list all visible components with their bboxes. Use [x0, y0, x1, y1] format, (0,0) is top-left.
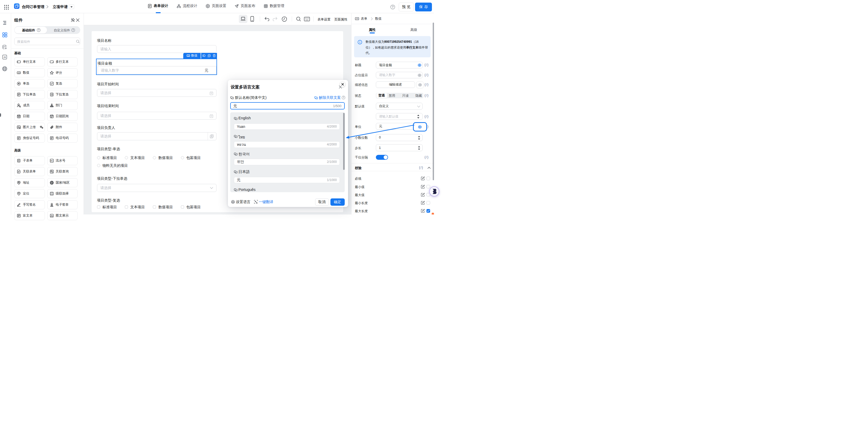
svg-text:123: 123 [187, 55, 189, 57]
svg-text:123: 123 [18, 72, 20, 73]
svg-text:JS: JS [3, 56, 6, 58]
svg-text:NO.: NO. [51, 160, 53, 161]
svg-text:123: 123 [356, 18, 358, 20]
